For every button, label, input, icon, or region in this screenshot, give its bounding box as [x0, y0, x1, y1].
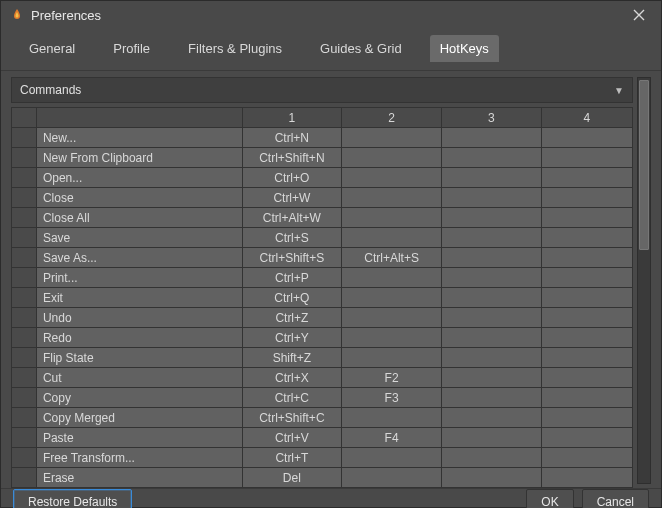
ok-button[interactable]: OK: [526, 489, 573, 508]
tab-general[interactable]: General: [19, 35, 85, 62]
command-cell[interactable]: New...: [36, 128, 242, 148]
col-header-1[interactable]: 1: [242, 108, 342, 128]
hotkey-cell-3[interactable]: [441, 288, 541, 308]
hotkey-cell-1[interactable]: Ctrl+Z: [242, 308, 342, 328]
hotkey-cell-2[interactable]: [342, 348, 442, 368]
hotkey-cell-1[interactable]: Ctrl+Y: [242, 328, 342, 348]
cancel-button[interactable]: Cancel: [582, 489, 649, 508]
hotkey-cell-3[interactable]: [441, 448, 541, 468]
hotkey-cell-4[interactable]: [541, 268, 632, 288]
scroll-thumb[interactable]: [639, 80, 649, 250]
hotkey-cell-3[interactable]: [441, 168, 541, 188]
hotkey-cell-1[interactable]: Ctrl+Shift+N: [242, 148, 342, 168]
hotkey-cell-4[interactable]: [541, 308, 632, 328]
restore-defaults-button[interactable]: Restore Defaults: [13, 489, 132, 508]
hotkey-cell-1[interactable]: Shift+Z: [242, 348, 342, 368]
hotkey-cell-1[interactable]: Ctrl+O: [242, 168, 342, 188]
hotkey-cell-4[interactable]: [541, 188, 632, 208]
hotkey-cell-3[interactable]: [441, 228, 541, 248]
command-cell[interactable]: Paste: [36, 428, 242, 448]
command-cell[interactable]: Close All: [36, 208, 242, 228]
hotkey-cell-4[interactable]: [541, 428, 632, 448]
hotkey-cell-1[interactable]: Ctrl+C: [242, 388, 342, 408]
hotkey-cell-4[interactable]: [541, 448, 632, 468]
hotkey-cell-4[interactable]: [541, 168, 632, 188]
hotkey-cell-4[interactable]: [541, 288, 632, 308]
hotkey-cell-2[interactable]: F3: [342, 388, 442, 408]
hotkey-cell-4[interactable]: [541, 228, 632, 248]
tab-filters-plugins[interactable]: Filters & Plugins: [178, 35, 292, 62]
close-button[interactable]: [625, 1, 653, 29]
command-cell[interactable]: Free Transform...: [36, 448, 242, 468]
hotkey-cell-1[interactable]: Ctrl+Shift+S: [242, 248, 342, 268]
command-cell[interactable]: Save As...: [36, 248, 242, 268]
hotkey-cell-2[interactable]: [342, 268, 442, 288]
command-cell[interactable]: New From Clipboard: [36, 148, 242, 168]
hotkey-cell-2[interactable]: [342, 128, 442, 148]
hotkey-cell-2[interactable]: [342, 448, 442, 468]
hotkey-cell-3[interactable]: [441, 388, 541, 408]
command-cell[interactable]: Close: [36, 188, 242, 208]
hotkey-cell-4[interactable]: [541, 408, 632, 428]
command-cell[interactable]: Exit: [36, 288, 242, 308]
hotkey-cell-2[interactable]: F2: [342, 368, 442, 388]
hotkey-cell-2[interactable]: [342, 288, 442, 308]
hotkey-cell-1[interactable]: Ctrl+P: [242, 268, 342, 288]
hotkey-cell-4[interactable]: [541, 208, 632, 228]
tab-hotkeys[interactable]: HotKeys: [430, 35, 499, 62]
hotkey-cell-4[interactable]: [541, 128, 632, 148]
command-cell[interactable]: Undo: [36, 308, 242, 328]
hotkey-cell-2[interactable]: F4: [342, 428, 442, 448]
hotkey-cell-3[interactable]: [441, 368, 541, 388]
hotkey-cell-1[interactable]: Ctrl+S: [242, 228, 342, 248]
hotkey-cell-3[interactable]: [441, 328, 541, 348]
command-cell[interactable]: Copy: [36, 388, 242, 408]
hotkey-cell-3[interactable]: [441, 148, 541, 168]
hotkey-cell-1[interactable]: Ctrl+W: [242, 188, 342, 208]
hotkey-cell-4[interactable]: [541, 248, 632, 268]
hotkey-cell-2[interactable]: [342, 308, 442, 328]
hotkey-cell-2[interactable]: Ctrl+Alt+S: [342, 248, 442, 268]
command-cell[interactable]: Flip State: [36, 348, 242, 368]
hotkey-cell-4[interactable]: [541, 348, 632, 368]
col-header-3[interactable]: 3: [441, 108, 541, 128]
commands-section-header[interactable]: Commands ▼: [11, 77, 633, 103]
hotkey-cell-2[interactable]: [342, 328, 442, 348]
hotkey-cell-1[interactable]: Ctrl+T: [242, 448, 342, 468]
hotkey-cell-2[interactable]: [342, 468, 442, 488]
hotkey-cell-2[interactable]: [342, 228, 442, 248]
hotkey-cell-2[interactable]: [342, 188, 442, 208]
hotkey-cell-3[interactable]: [441, 268, 541, 288]
hotkey-cell-1[interactable]: Ctrl+Alt+W: [242, 208, 342, 228]
hotkey-cell-4[interactable]: [541, 368, 632, 388]
col-header-2[interactable]: 2: [342, 108, 442, 128]
command-cell[interactable]: Redo: [36, 328, 242, 348]
hotkey-cell-3[interactable]: [441, 188, 541, 208]
hotkey-cell-1[interactable]: Ctrl+Q: [242, 288, 342, 308]
hotkey-cell-3[interactable]: [441, 208, 541, 228]
hotkey-cell-1[interactable]: Ctrl+Shift+C: [242, 408, 342, 428]
hotkey-cell-1[interactable]: Ctrl+X: [242, 368, 342, 388]
hotkey-cell-3[interactable]: [441, 128, 541, 148]
hotkey-cell-3[interactable]: [441, 348, 541, 368]
command-cell[interactable]: Print...: [36, 268, 242, 288]
hotkey-cell-4[interactable]: [541, 328, 632, 348]
hotkey-cell-1[interactable]: Ctrl+N: [242, 128, 342, 148]
hotkey-cell-3[interactable]: [441, 468, 541, 488]
hotkey-cell-3[interactable]: [441, 248, 541, 268]
hotkey-cell-2[interactable]: [342, 408, 442, 428]
hotkey-cell-4[interactable]: [541, 388, 632, 408]
tab-guides-grid[interactable]: Guides & Grid: [310, 35, 412, 62]
scrollbar-vertical[interactable]: [637, 77, 651, 484]
hotkey-cell-1[interactable]: Del: [242, 468, 342, 488]
command-cell[interactable]: Cut: [36, 368, 242, 388]
hotkey-cell-1[interactable]: Ctrl+V: [242, 428, 342, 448]
hotkey-cell-2[interactable]: [342, 168, 442, 188]
tab-profile[interactable]: Profile: [103, 35, 160, 62]
hotkey-cell-3[interactable]: [441, 308, 541, 328]
hotkey-cell-3[interactable]: [441, 428, 541, 448]
command-cell[interactable]: Erase: [36, 468, 242, 488]
col-header-4[interactable]: 4: [541, 108, 632, 128]
command-cell[interactable]: Save: [36, 228, 242, 248]
hotkey-cell-3[interactable]: [441, 408, 541, 428]
